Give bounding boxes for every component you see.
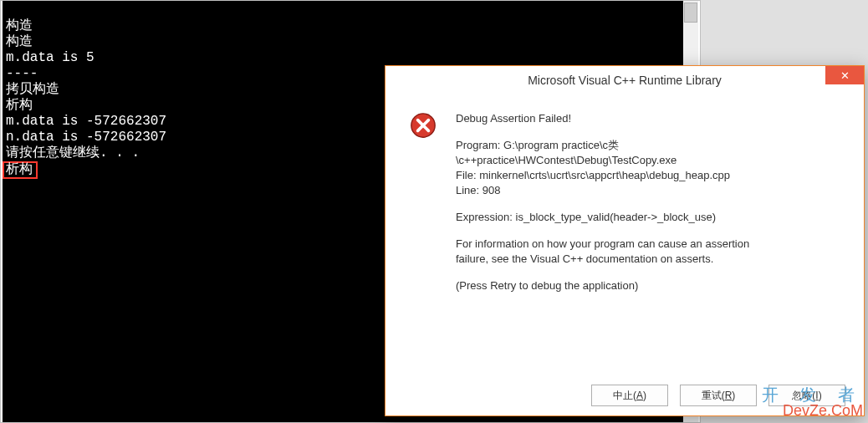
dialog-titlebar[interactable]: Microsoft Visual C++ Runtime Library ✕ bbox=[385, 66, 864, 94]
btn-label: 中止( bbox=[613, 389, 636, 403]
ignore-button[interactable]: 忽略(I) bbox=[768, 385, 845, 406]
console-line: 构造 bbox=[6, 18, 33, 33]
console-line: 构造 bbox=[6, 34, 33, 49]
runtime-error-dialog: Microsoft Visual C++ Runtime Library ✕ D… bbox=[385, 65, 865, 416]
console-line: 析构 bbox=[6, 98, 33, 113]
program-path: Program: G:\program practice\c类 bbox=[456, 138, 749, 153]
btn-label: ) bbox=[643, 390, 646, 401]
btn-accel: R bbox=[725, 390, 733, 401]
console-line: ---- bbox=[6, 66, 38, 81]
btn-label: ) bbox=[732, 390, 735, 401]
console-line: 拷贝构造 bbox=[6, 82, 59, 97]
retry-hint: (Press Retry to debug the application) bbox=[456, 278, 749, 293]
console-line: n.data is -572662307 bbox=[6, 130, 166, 145]
console-line: m.data is 5 bbox=[6, 50, 94, 65]
dialog-title-text: Microsoft Visual C++ Runtime Library bbox=[528, 74, 722, 87]
info-text: failure, see the Visual C++ documentatio… bbox=[456, 252, 749, 267]
close-icon: ✕ bbox=[840, 70, 850, 81]
btn-label: 忽略( bbox=[792, 389, 815, 403]
dialog-footer: 中止(A) 重试(R) 忽略(I) bbox=[385, 375, 864, 415]
btn-accel: A bbox=[636, 390, 643, 401]
console-line-highlight: 析构 bbox=[3, 161, 38, 179]
btn-label: ) bbox=[819, 390, 822, 401]
line-number: Line: 908 bbox=[456, 183, 749, 198]
abort-button[interactable]: 中止(A) bbox=[591, 385, 668, 406]
dialog-body: Debug Assertion Failed! Program: G:\prog… bbox=[385, 94, 864, 302]
console-line: m.data is -572662307 bbox=[6, 114, 166, 129]
scrollbar-thumb[interactable] bbox=[684, 3, 697, 23]
dialog-message: Debug Assertion Failed! Program: G:\prog… bbox=[437, 111, 749, 293]
info-text: For information on how your program can … bbox=[456, 237, 749, 252]
retry-button[interactable]: 重试(R) bbox=[680, 385, 757, 406]
assertion-header: Debug Assertion Failed! bbox=[456, 111, 749, 126]
console-line: 请按任意键继续. . . bbox=[6, 145, 140, 161]
error-icon bbox=[409, 111, 437, 293]
btn-label: 重试( bbox=[702, 389, 725, 403]
expression-text: Expression: is_block_type_valid(header->… bbox=[456, 210, 749, 225]
close-button[interactable]: ✕ bbox=[825, 66, 864, 84]
file-path: File: minkernel\crts\ucrt\src\appcrt\hea… bbox=[456, 168, 749, 183]
program-path: \c++practice\HWContest\Debug\TestCopy.ex… bbox=[456, 153, 749, 168]
